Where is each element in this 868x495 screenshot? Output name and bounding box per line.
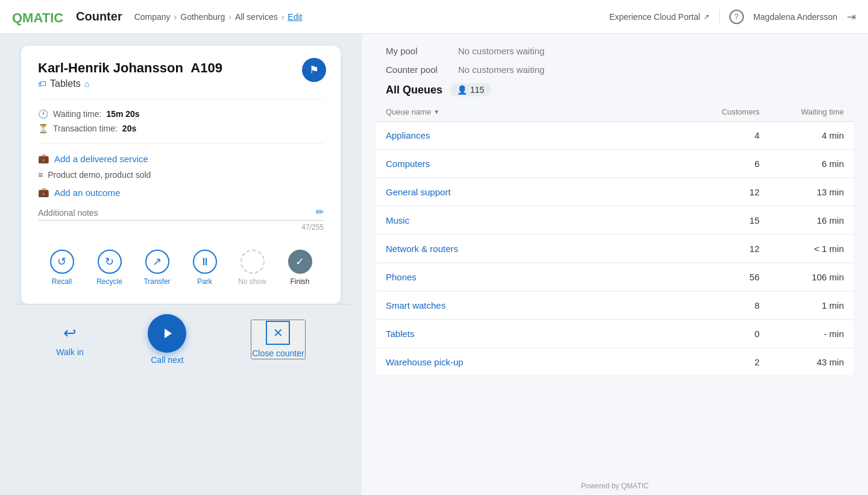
queue-name-4[interactable]: Network & routers [386,244,687,254]
user-name: Magdalena Andersson [753,12,837,22]
experience-portal-link[interactable]: Experience Cloud Portal ↗ [609,12,709,22]
queue-waiting-4: < 1 min [760,244,844,254]
walk-in-button[interactable]: ↩ Walk in [56,322,83,357]
notes-section: ✏ 47/255 [38,206,324,232]
breadcrumb-location: Gothenburg [180,12,225,22]
col-customers: Customers [687,107,760,116]
counter-pool-label: Counter pool [386,65,458,75]
no-show-icon [241,250,265,274]
home-icon: ⌂ [84,79,89,89]
recycle-icon: ↻ [98,250,122,274]
queue-rows: Appliances 4 4 min Computers 6 6 min Gen… [376,122,854,376]
flag-icon: ⚑ [309,63,319,77]
park-button[interactable]: ⏸ Park [184,250,226,286]
logout-icon[interactable]: ⇥ [847,10,856,24]
queue-row: Tablets 0 - min [376,320,854,348]
logo: QMATIC [12,8,66,26]
hourglass-icon: ⏳ [38,124,48,133]
right-content: My pool No customers waiting Counter poo… [362,34,868,495]
no-show-button[interactable]: No show [231,250,274,286]
queue-waiting-5: 106 min [760,272,844,282]
queue-waiting-3: 16 min [760,215,844,225]
card-divider [38,99,324,99]
finish-button[interactable]: ✓ Finish [279,250,321,286]
my-pool-value: No customers waiting [458,46,544,56]
header-right: Experience Cloud Portal ↗ ? Magdalena An… [609,10,856,24]
queue-customers-7: 0 [687,329,760,339]
pool-section: My pool No customers waiting Counter poo… [362,34,868,102]
queue-waiting-8: 43 min [760,357,844,367]
briefcase-icon: 💼 [38,153,49,164]
all-queues-label: All Queues [386,84,442,96]
customer-name: Karl-Henrik Johansson [38,60,183,75]
main-layout: ⚑ Karl-Henrik Johansson A109 🏷 Tablets ⌂… [0,34,868,495]
queue-name-0[interactable]: Appliances [386,130,687,140]
bottom-bar: ↩ Walk in Call next ✕ Close counter [12,304,350,374]
clock-icon: 🕐 [38,109,48,119]
queue-name-8[interactable]: Warehouse pick-up [386,357,687,367]
transfer-icon: ↗ [145,250,169,274]
queue-customers-0: 4 [687,130,760,140]
customer-ticket: A109 [190,60,222,75]
finish-icon: ✓ [288,250,312,274]
queue-name-3[interactable]: Music [386,215,687,225]
queue-waiting-7: - min [760,329,844,339]
flag-button[interactable]: ⚑ [302,58,326,82]
close-counter-button[interactable]: ✕ Close counter [251,320,305,359]
counter-pool-value: No customers waiting [458,65,544,75]
person-icon: 👤 [457,85,467,95]
queue-customers-3: 15 [687,215,760,225]
help-icon[interactable]: ? [729,10,744,24]
add-service-link[interactable]: 💼 Add a delivered service [38,153,324,164]
call-next-label: Call next [151,355,183,365]
queue-row: Appliances 4 4 min [376,122,854,150]
outcome-label: ≡ Product demo, product sold [38,170,324,180]
transfer-button[interactable]: ↗ Transfer [136,250,178,286]
col-queue-name[interactable]: Queue name ▼ [386,107,687,116]
powered-by: Powered by QMATIC [362,477,868,495]
walk-in-icon: ↩ [59,322,81,344]
queue-row: Network & routers 12 < 1 min [376,235,854,263]
customer-info: Karl-Henrik Johansson A109 [38,60,324,76]
call-next-button[interactable] [148,314,186,353]
queue-customers-4: 12 [687,244,760,254]
queue-customers-5: 56 [687,272,760,282]
queue-name-5[interactable]: Phones [386,272,687,282]
breadcrumb-services: All services [235,12,278,22]
breadcrumb: Company › Gothenburg › All services › Ed… [134,12,303,22]
recycle-button[interactable]: ↻ Recycle [89,250,131,286]
waiting-time-value: 15m 20s [106,109,139,119]
external-link-icon: ↗ [703,13,709,21]
queue-table-wrapper: Queue name ▼ Customers Waiting time Appl… [376,102,854,477]
action-buttons: ↺ Recall ↻ Recycle ↗ Transfer ⏸ Park [38,244,324,292]
call-next-wrapper: Call next [148,314,186,365]
queue-customers-2: 12 [687,187,760,197]
header: QMATIC Counter Company › Gothenburg › Al… [0,0,868,34]
queue-name-6[interactable]: Smart watches [386,300,687,311]
header-divider [719,10,720,24]
queue-count-badge: 👤 115 [450,83,491,96]
recall-button[interactable]: ↺ Recall [41,250,83,286]
sort-icon: ▼ [433,109,439,115]
notes-input[interactable] [38,208,316,218]
customer-service: 🏷 Tablets ⌂ [38,78,324,89]
queue-row: Computers 6 6 min [376,150,854,178]
left-panel: ⚑ Karl-Henrik Johansson A109 🏷 Tablets ⌂… [0,34,362,495]
queue-name-2[interactable]: General support [386,187,687,197]
add-outcome-link[interactable]: 💼 Add an outcome [38,187,324,198]
edit-link[interactable]: Edit [288,12,302,22]
breadcrumb-company: Company [134,12,171,22]
queue-customers-1: 6 [687,159,760,169]
transaction-time-value: 20s [122,124,136,133]
recall-icon: ↺ [50,250,74,274]
outcome-icon: 💼 [38,187,49,198]
right-panel: My pool No customers waiting Counter poo… [362,34,868,495]
queue-name-1[interactable]: Computers [386,159,687,169]
edit-notes-icon[interactable]: ✏ [316,206,324,218]
waiting-time-row: 🕐 Waiting time: 15m 20s [38,109,324,119]
queue-customers-8: 2 [687,357,760,367]
queue-name-7[interactable]: Tablets [386,329,687,339]
all-queues-row: All Queues 👤 115 [386,83,844,96]
transaction-time-row: ⏳ Transaction time: 20s [38,124,324,133]
service-icon: 🏷 [38,79,46,89]
